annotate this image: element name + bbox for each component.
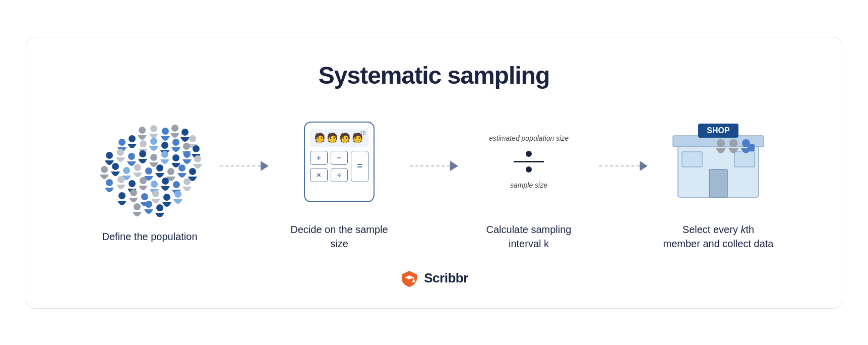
svg-point-14 xyxy=(106,152,113,159)
svg-rect-55 xyxy=(734,152,755,167)
svg-point-2 xyxy=(162,128,169,135)
arrow-2 xyxy=(410,161,458,171)
svg-point-5 xyxy=(189,135,196,142)
svg-point-29 xyxy=(167,168,174,175)
svg-point-28 xyxy=(156,164,163,171)
svg-rect-61 xyxy=(413,277,414,281)
shop-svg: SHOP xyxy=(668,117,769,207)
svg-point-43 xyxy=(152,190,159,197)
main-card: Systematic sampling xyxy=(26,37,842,309)
svg-rect-53 xyxy=(709,169,727,197)
step-2: 🧑🧑🧑🧑 10 + − = × ÷ Decide on the sample s… xyxy=(269,111,410,251)
svg-point-19 xyxy=(161,151,168,158)
svg-point-39 xyxy=(183,178,191,185)
scribbr-icon xyxy=(400,269,419,288)
svg-point-15 xyxy=(117,149,124,156)
formula-line xyxy=(514,161,544,162)
svg-point-22 xyxy=(194,155,201,162)
calc-keys: + − = × ÷ xyxy=(310,151,368,182)
svg-point-17 xyxy=(139,150,146,157)
calc-display: 🧑🧑🧑🧑 10 xyxy=(310,129,368,147)
step-1-icon xyxy=(94,119,205,219)
svg-point-26 xyxy=(134,164,141,171)
svg-point-37 xyxy=(162,178,169,185)
svg-point-33 xyxy=(117,176,125,183)
step-4: SHOP xyxy=(648,111,789,251)
svg-point-24 xyxy=(112,163,119,170)
svg-point-23 xyxy=(101,166,108,173)
step-4-icon: SHOP xyxy=(668,111,769,212)
svg-point-35 xyxy=(140,177,147,184)
svg-point-36 xyxy=(151,181,158,188)
svg-text:SHOP: SHOP xyxy=(707,126,730,135)
step-2-label: Decide on the sample size xyxy=(284,222,395,251)
steps-row: Define the population 🧑🧑🧑🧑 10 + − = xyxy=(56,111,812,251)
step-3-icon: estimated population size sample size xyxy=(489,111,569,212)
svg-point-10 xyxy=(161,142,168,149)
svg-point-31 xyxy=(189,168,196,175)
page-title: Systematic sampling xyxy=(319,62,550,89)
step-4-label: Select every kth member and collect data xyxy=(663,222,774,251)
calc-key-minus: − xyxy=(331,151,348,165)
svg-rect-54 xyxy=(682,152,702,167)
svg-point-8 xyxy=(140,140,147,147)
svg-point-25 xyxy=(123,167,130,174)
formula-top-label: estimated population size xyxy=(489,134,569,143)
step-3: estimated population size sample size Ca… xyxy=(458,111,599,251)
svg-point-32 xyxy=(106,179,113,186)
svg-point-41 xyxy=(130,189,137,196)
svg-point-47 xyxy=(145,201,152,208)
scribbr-brand: Scribbr xyxy=(424,270,468,286)
svg-point-38 xyxy=(173,181,180,188)
svg-point-20 xyxy=(172,154,179,161)
svg-point-18 xyxy=(150,154,157,161)
svg-point-46 xyxy=(134,203,141,210)
svg-point-42 xyxy=(141,193,148,200)
svg-point-57 xyxy=(729,139,737,147)
formula-dot-top xyxy=(526,151,532,157)
step-3-label: Calculate sampling interval k xyxy=(486,222,572,251)
svg-point-16 xyxy=(128,153,135,160)
calc-key-equals: = xyxy=(351,151,368,182)
svg-point-40 xyxy=(118,192,126,199)
calculator-box: 🧑🧑🧑🧑 10 + − = × ÷ xyxy=(304,122,375,202)
svg-point-11 xyxy=(172,139,179,146)
svg-point-6 xyxy=(118,139,126,146)
step-1-label: Define the population xyxy=(102,229,197,244)
calc-key-plus: + xyxy=(310,151,328,165)
svg-point-4 xyxy=(181,129,189,136)
svg-point-44 xyxy=(163,194,170,201)
svg-point-30 xyxy=(178,164,185,171)
calc-key-times: × xyxy=(310,168,328,182)
svg-point-34 xyxy=(129,180,136,187)
division-formula: estimated population size sample size xyxy=(489,134,569,190)
svg-rect-59 xyxy=(748,144,755,151)
scribbr-logo: Scribbr xyxy=(400,269,468,288)
formula-dot-bottom xyxy=(526,166,532,172)
calc-key-divide: ÷ xyxy=(331,168,348,182)
arrow-1 xyxy=(220,161,269,171)
svg-point-3 xyxy=(171,125,178,132)
svg-point-9 xyxy=(150,138,157,145)
svg-point-45 xyxy=(174,191,181,198)
svg-point-21 xyxy=(183,151,191,158)
footer: Scribbr xyxy=(400,269,468,288)
step-1: Define the population xyxy=(79,119,220,244)
svg-point-62 xyxy=(412,280,415,282)
svg-point-1 xyxy=(150,125,157,132)
svg-point-48 xyxy=(156,204,163,211)
svg-point-56 xyxy=(717,139,725,147)
population-svg xyxy=(94,121,205,217)
svg-point-7 xyxy=(129,135,136,142)
arrow-3 xyxy=(599,161,648,171)
svg-point-13 xyxy=(193,145,200,152)
svg-point-12 xyxy=(183,143,190,150)
calc-superscript: 10 xyxy=(360,131,365,136)
step-2-icon: 🧑🧑🧑🧑 10 + − = × ÷ xyxy=(304,111,375,212)
svg-point-0 xyxy=(139,127,146,134)
svg-point-27 xyxy=(145,167,152,175)
formula-bottom-label: sample size xyxy=(510,181,547,190)
